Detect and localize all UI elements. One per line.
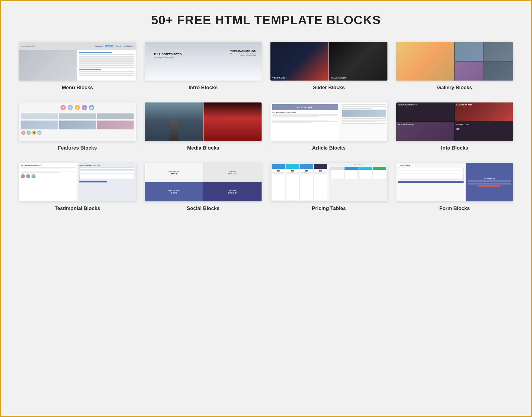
thumb-intro: FULL SCREEN INTRO Making it is a free bo… [145,42,262,81]
block-item-menu[interactable]: BRANDNAME OVERVIEW BRIEFING FREE ▾ DOWNL… [19,42,136,91]
article-subtitle: Title with Solid Background Color [272,111,338,113]
info-br-title: MODERN STYLES [456,124,512,125]
thumb-menu: BRANDNAME OVERVIEW BRIEFING FREE ▾ DOWNL… [19,42,136,81]
slide-image-label: IMAGE SLIDER [331,77,346,79]
block-item-form[interactable]: CONTACT FORM SUBSCRIBE FORM Form Blocks [396,163,513,211]
info-tr-title: BACKGROUND VIDEO [456,104,512,106]
thumb-media [145,102,262,141]
thumb-testimonial: WHAT OUR FANTASTIC USERS SAY WHAT OUR FA… [19,163,136,201]
thumb-info: TRENDY WEBSITE BLOCKS BACKGROUND VIDEO B… [396,102,513,141]
block-item-info[interactable]: TRENDY WEBSITE BLOCKS BACKGROUND VIDEO B… [396,102,513,151]
block-item-gallery[interactable]: Gallery Blocks [396,42,513,91]
thumb-article: ARTICLE HEADER Title with Solid Backgrou… [270,102,387,141]
testimonial-title: WHAT OUR FANTASTIC USERS SAY [21,165,75,166]
block-label-media: Media Blocks [187,145,219,151]
form-subscribe-title: SUBSCRIBE FORM [484,178,495,179]
social-follow-dark: FOLLOW US [229,190,236,191]
thumb-gallery [396,42,513,81]
block-item-pricing[interactable]: $10 $15 [270,163,387,211]
thumb-social: SHARE THIS PAGE! FOLLOW US [145,163,262,201]
thumb-slider: VIDEO SLIDE IMAGE SLIDER [270,42,387,81]
form-contact-title: CONTACT FORM [398,165,464,166]
block-item-article[interactable]: ARTICLE HEADER Title with Solid Backgrou… [270,102,387,151]
block-label-gallery: Gallery Blocks [437,85,472,91]
block-label-intro: Intro Blocks [189,85,218,91]
block-label-testimonial: Testimonial Blocks [55,206,100,211]
block-item-media[interactable]: Media Blocks [145,102,262,151]
intro-right-title: VIDEO BACKGROUND [229,50,256,52]
block-label-features: Features Blocks [58,145,97,151]
block-label-social: Social Blocks [187,206,219,211]
block-label-menu: Menu Blocks [62,85,93,91]
social-share-light: SHARE THIS PAGE! [169,171,180,172]
page-title: 50+ FREE HTML TEMPLATE BLOCKS [19,13,513,27]
article-header-text: ARTICLE HEADER [297,106,313,108]
pricing-title: PRICING TABLE [330,164,386,166]
slide-video-label: VIDEO SLIDE [272,77,285,79]
block-item-social[interactable]: SHARE THIS PAGE! FOLLOW US [145,163,262,211]
block-label-pricing: Pricing Tables [312,206,346,211]
block-item-intro[interactable]: FULL SCREEN INTRO Making it is a free bo… [145,42,262,91]
intro-left-title: FULL SCREEN INTRO [154,53,182,56]
info-tl-title: TRENDY WEBSITE BLOCKS [398,104,453,106]
social-share-dark: SHARE THIS PAGE! [168,190,180,191]
block-label-slider: Slider Blocks [313,85,345,91]
thumb-form: CONTACT FORM SUBSCRIBE FORM [396,163,513,201]
social-follow-light: FOLLOW US [229,171,236,172]
block-label-info: Info Blocks [441,145,468,151]
block-label-form: Form Blocks [439,206,470,211]
block-item-features[interactable]: ♥ ★ ♛ ♪ ☎ ♥ ★ ★ ☎ [19,102,136,151]
intro-right-sub: Making it is a free bootstrap template. … [229,53,256,56]
info-bl-title: BACKGROUND IMAGE [398,124,453,125]
block-item-testimonial[interactable]: WHAT OUR FANTASTIC USERS SAY WHAT OUR FA… [19,163,136,211]
blocks-grid: BRANDNAME OVERVIEW BRIEFING FREE ▾ DOWNL… [19,42,513,211]
block-item-slider[interactable]: VIDEO SLIDE IMAGE SLIDER Slider Blocks [270,42,387,91]
block-label-article: Article Blocks [312,145,346,151]
thumb-features: ♥ ★ ♛ ♪ ☎ ♥ ★ ★ ☎ [19,102,136,141]
thumb-pricing: $10 $15 [270,163,387,201]
